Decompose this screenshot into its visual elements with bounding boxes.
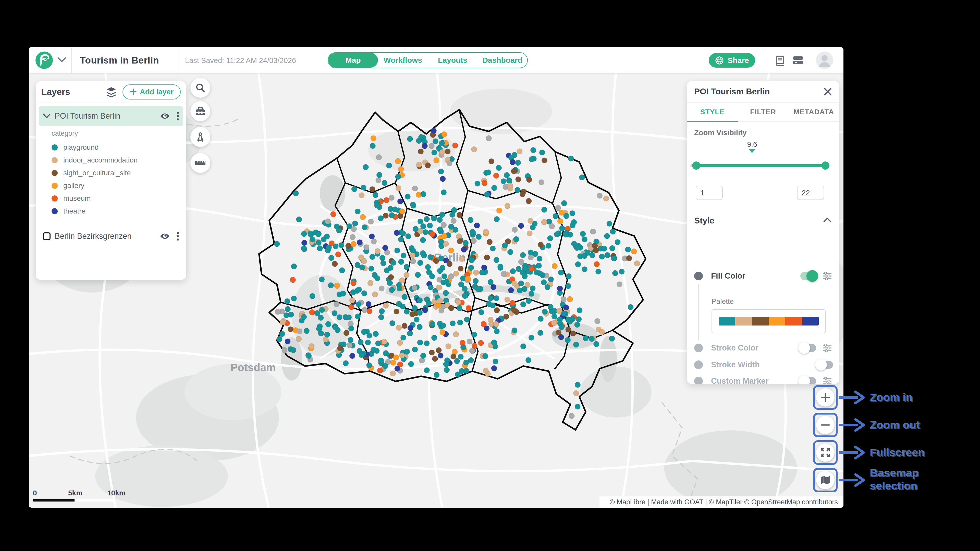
legend-item: playground [52,141,186,154]
tab-dashboard[interactable]: Dashboard [477,53,527,68]
custom-marker-toggle[interactable] [800,377,816,384]
documentation-book-icon[interactable] [775,56,785,66]
palette-swatch [719,317,735,326]
zoom-marker-triangle-icon [749,149,756,153]
legend-color-dot [52,144,58,151]
palette-color-bar [719,317,819,326]
scale-end: 10km [107,489,126,497]
layer-row-poi-tourism[interactable]: POI Tourism Berlin [39,106,183,126]
fill-color-toggle[interactable] [800,272,816,280]
zoom-current-value: 9.6 [747,140,757,148]
legend-label: playground [63,143,99,151]
eye-visibility-icon[interactable] [160,232,170,240]
annotation-fullscreen: Fullscreen [870,446,962,459]
legend-color-dot [52,208,58,214]
fullscreen-button[interactable] [816,443,835,462]
palette-swatch [769,317,785,326]
style-panel-tabs: STYLE FILTER METADATA [687,103,839,122]
drafting-compass-icon [195,132,205,142]
basemap-selection-button[interactable] [816,471,835,489]
header-divider [178,47,178,73]
palette-swatch [752,317,769,326]
toolbox-button[interactable] [190,101,210,121]
tab-style[interactable]: STYLE [687,103,738,121]
stroke-settings-sliders-icon[interactable] [822,343,832,353]
tab-map[interactable]: Map [328,53,378,68]
style-section-title: Style [694,216,714,225]
stroke-color-toggle[interactable] [800,344,816,352]
slider-handle-min[interactable] [692,162,700,170]
legend-label: theatre [63,207,86,215]
fullscreen-arrows-icon [820,447,831,458]
toolbox-icon [195,106,206,116]
last-saved-text: Last Saved: 11:22 AM 24/03/2026 [185,56,296,65]
legend-label: indoor_accommodation [63,156,138,164]
stroke-color-swatch[interactable] [694,344,703,352]
stroke-width-swatch[interactable] [694,360,703,369]
zoom-out-button[interactable] [816,416,835,434]
add-layer-button[interactable]: Add layer [123,84,181,100]
zoom-in-button[interactable] [816,388,835,407]
zoom-out-highlight-box [813,413,838,437]
user-avatar[interactable] [816,52,833,69]
share-label: Share [728,56,749,65]
goat-logo[interactable] [35,52,53,69]
map-search-button[interactable] [190,78,210,98]
chevron-down-icon[interactable] [43,114,51,119]
folded-map-icon [820,475,831,485]
zoom-current-marker: 9.6 [747,140,757,153]
annotation-zoom-in: Zoom in [870,391,962,404]
minus-icon [820,420,830,430]
share-button[interactable]: Share [709,53,755,68]
scenario-tools-button[interactable] [190,127,210,147]
fill-color-label: Fill Color [711,272,800,281]
layers-stack-icon[interactable] [106,86,117,97]
measure-button[interactable] [190,153,210,173]
slider-handle-max[interactable] [821,162,829,170]
eye-visibility-icon[interactable] [160,112,170,120]
workspace-chevron-down-icon[interactable] [57,57,66,62]
legend-color-dot [52,170,58,176]
palette-swatch [802,317,819,326]
zoom-max-input[interactable]: 22 [797,186,824,200]
marker-settings-sliders-icon[interactable] [822,376,832,384]
palette-selector[interactable] [711,309,826,333]
more-options-icon[interactable] [177,111,179,121]
collapse-chevron-up-icon[interactable] [823,218,832,222]
stroke-width-row: Stroke Width [694,359,832,371]
add-layer-label: Add layer [140,88,173,96]
legend-label: museum [63,194,91,203]
close-icon[interactable] [823,87,832,96]
legend-item: theatre [52,205,186,218]
scale-start: 0 [33,489,37,497]
annotation-zoom-out: Zoom out [870,418,962,431]
data-storage-icon[interactable] [793,56,803,65]
scale-bar-black [33,499,75,502]
custom-marker-label: Custom Marker [711,376,800,384]
fill-settings-sliders-icon[interactable] [822,271,832,281]
map-label-potsdam: Potsdam [231,362,275,373]
legend-label: sight_or_cultural_site [63,169,131,177]
stroke-width-toggle[interactable] [817,361,833,369]
more-options-icon[interactable] [177,232,179,241]
plus-icon [130,88,137,95]
tab-metadata[interactable]: METADATA [788,103,839,121]
custom-marker-row: Custom Marker [694,375,832,384]
tab-filter[interactable]: FILTER [738,103,789,121]
legend-item: sight_or_cultural_site [52,167,186,179]
legend-item: gallery [52,179,186,192]
annotation-arrow [838,390,867,405]
fill-color-swatch[interactable] [694,272,703,280]
legend-item: museum [52,192,186,205]
tab-layouts[interactable]: Layouts [428,53,477,68]
zoom-min-input[interactable]: 1 [696,186,723,200]
tab-workflows[interactable]: Workflows [378,53,428,68]
layer-row-bezirksgrenzen[interactable]: Berlin Bezirksgrenzen [39,226,183,246]
legend-label: gallery [63,182,84,190]
annotation-arrow [838,473,867,487]
layers-panel: Layers Add layer POI Tourism Berlin [36,81,186,280]
zoom-visibility-slider[interactable] [696,164,826,167]
header-divider [767,52,767,68]
custom-marker-swatch[interactable] [694,377,703,384]
palette-label: Palette [711,297,734,306]
